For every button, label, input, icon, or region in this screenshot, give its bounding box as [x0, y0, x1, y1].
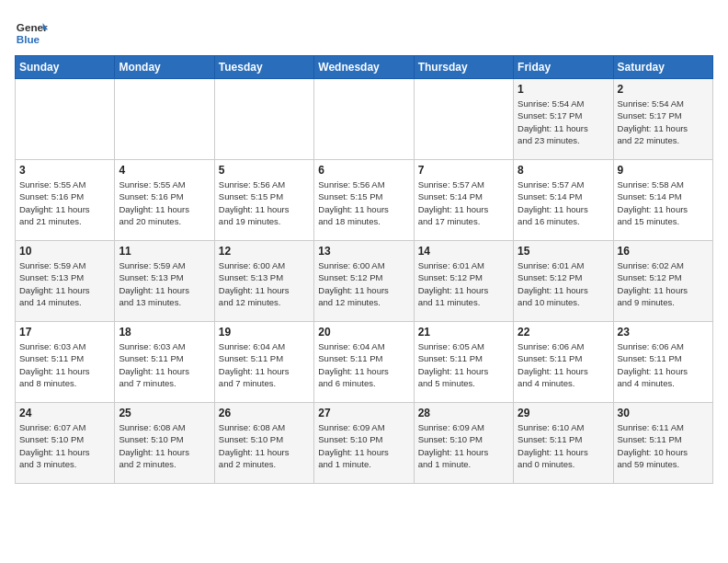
day-number: 2 — [618, 83, 709, 96]
weekday-header: Monday — [115, 56, 214, 79]
day-info: Sunrise: 6:09 AM Sunset: 5:10 PM Dayligh… — [418, 421, 509, 470]
day-number: 7 — [418, 164, 509, 177]
calendar-cell: 28Sunrise: 6:09 AM Sunset: 5:10 PM Dayli… — [414, 403, 513, 484]
day-info: Sunrise: 6:01 AM Sunset: 5:12 PM Dayligh… — [518, 259, 609, 308]
day-info: Sunrise: 5:59 AM Sunset: 5:13 PM Dayligh… — [19, 259, 110, 308]
calendar-cell: 29Sunrise: 6:10 AM Sunset: 5:11 PM Dayli… — [514, 403, 613, 484]
day-info: Sunrise: 5:57 AM Sunset: 5:14 PM Dayligh… — [518, 178, 609, 227]
day-number: 6 — [318, 164, 409, 177]
day-number: 27 — [318, 407, 409, 419]
day-info: Sunrise: 6:00 AM Sunset: 5:12 PM Dayligh… — [318, 259, 409, 308]
day-number: 30 — [618, 407, 709, 419]
calendar-cell: 27Sunrise: 6:09 AM Sunset: 5:10 PM Dayli… — [314, 403, 414, 484]
calendar-cell: 21Sunrise: 6:05 AM Sunset: 5:11 PM Dayli… — [414, 322, 513, 403]
calendar-cell — [16, 79, 115, 160]
calendar-cell: 14Sunrise: 6:01 AM Sunset: 5:12 PM Dayli… — [414, 241, 513, 322]
day-info: Sunrise: 5:55 AM Sunset: 5:16 PM Dayligh… — [119, 178, 210, 227]
calendar-week-row: 10Sunrise: 5:59 AM Sunset: 5:13 PM Dayli… — [16, 241, 713, 322]
day-number: 5 — [219, 164, 310, 177]
calendar-cell: 22Sunrise: 6:06 AM Sunset: 5:11 PM Dayli… — [514, 322, 613, 403]
calendar-week-row: 1Sunrise: 5:54 AM Sunset: 5:17 PM Daylig… — [16, 79, 713, 160]
day-number: 11 — [119, 245, 210, 258]
day-info: Sunrise: 5:55 AM Sunset: 5:16 PM Dayligh… — [19, 178, 110, 227]
weekday-header: Tuesday — [214, 56, 313, 79]
day-info: Sunrise: 6:11 AM Sunset: 5:11 PM Dayligh… — [618, 421, 709, 470]
day-number: 12 — [219, 245, 310, 258]
day-info: Sunrise: 5:56 AM Sunset: 5:15 PM Dayligh… — [318, 178, 409, 227]
day-number: 9 — [618, 164, 709, 177]
weekday-header: Sunday — [16, 56, 115, 79]
calendar-cell: 26Sunrise: 6:08 AM Sunset: 5:10 PM Dayli… — [214, 403, 313, 484]
weekday-header: Friday — [514, 56, 613, 79]
day-info: Sunrise: 6:03 AM Sunset: 5:11 PM Dayligh… — [119, 340, 210, 389]
day-info: Sunrise: 6:08 AM Sunset: 5:10 PM Dayligh… — [119, 421, 210, 470]
calendar-cell: 23Sunrise: 6:06 AM Sunset: 5:11 PM Dayli… — [613, 322, 712, 403]
day-number: 3 — [19, 164, 110, 177]
calendar-cell: 9Sunrise: 5:58 AM Sunset: 5:14 PM Daylig… — [613, 160, 712, 241]
day-info: Sunrise: 6:09 AM Sunset: 5:10 PM Dayligh… — [318, 421, 409, 470]
day-number: 20 — [318, 326, 409, 339]
day-number: 1 — [518, 83, 609, 96]
day-info: Sunrise: 6:06 AM Sunset: 5:11 PM Dayligh… — [518, 340, 609, 389]
calendar-header: SundayMondayTuesdayWednesdayThursdayFrid… — [16, 56, 713, 79]
day-number: 28 — [418, 407, 509, 419]
logo: General Blue — [15, 15, 48, 48]
calendar-cell: 17Sunrise: 6:03 AM Sunset: 5:11 PM Dayli… — [16, 322, 115, 403]
day-info: Sunrise: 6:03 AM Sunset: 5:11 PM Dayligh… — [19, 340, 110, 389]
calendar-cell: 15Sunrise: 6:01 AM Sunset: 5:12 PM Dayli… — [514, 241, 613, 322]
day-number: 25 — [119, 407, 210, 419]
day-number: 29 — [518, 407, 609, 419]
day-info: Sunrise: 6:00 AM Sunset: 5:13 PM Dayligh… — [219, 259, 310, 308]
day-number: 14 — [418, 245, 509, 258]
day-info: Sunrise: 6:01 AM Sunset: 5:12 PM Dayligh… — [418, 259, 509, 308]
calendar-cell: 5Sunrise: 5:56 AM Sunset: 5:15 PM Daylig… — [214, 160, 313, 241]
day-number: 4 — [119, 164, 210, 177]
day-info: Sunrise: 6:08 AM Sunset: 5:10 PM Dayligh… — [219, 421, 310, 470]
day-info: Sunrise: 5:57 AM Sunset: 5:14 PM Dayligh… — [418, 178, 509, 227]
day-number: 19 — [219, 326, 310, 339]
calendar-cell: 19Sunrise: 6:04 AM Sunset: 5:11 PM Dayli… — [214, 322, 313, 403]
calendar-cell: 20Sunrise: 6:04 AM Sunset: 5:11 PM Dayli… — [314, 322, 414, 403]
calendar-cell: 16Sunrise: 6:02 AM Sunset: 5:12 PM Dayli… — [613, 241, 712, 322]
day-number: 18 — [119, 326, 210, 339]
day-number: 23 — [618, 326, 709, 339]
calendar-cell: 10Sunrise: 5:59 AM Sunset: 5:13 PM Dayli… — [16, 241, 115, 322]
day-number: 15 — [518, 245, 609, 258]
day-number: 22 — [518, 326, 609, 339]
weekday-header: Wednesday — [314, 56, 414, 79]
page-header: General Blue — [15, 15, 713, 48]
day-info: Sunrise: 6:05 AM Sunset: 5:11 PM Dayligh… — [418, 340, 509, 389]
day-info: Sunrise: 6:02 AM Sunset: 5:12 PM Dayligh… — [618, 259, 709, 308]
day-number: 21 — [418, 326, 509, 339]
calendar-cell: 3Sunrise: 5:55 AM Sunset: 5:16 PM Daylig… — [16, 160, 115, 241]
day-number: 26 — [219, 407, 310, 419]
calendar-week-row: 17Sunrise: 6:03 AM Sunset: 5:11 PM Dayli… — [16, 322, 713, 403]
header-row: SundayMondayTuesdayWednesdayThursdayFrid… — [16, 56, 713, 79]
calendar-cell: 13Sunrise: 6:00 AM Sunset: 5:12 PM Dayli… — [314, 241, 414, 322]
calendar-cell: 6Sunrise: 5:56 AM Sunset: 5:15 PM Daylig… — [314, 160, 414, 241]
calendar-cell: 12Sunrise: 6:00 AM Sunset: 5:13 PM Dayli… — [214, 241, 313, 322]
calendar-table: SundayMondayTuesdayWednesdayThursdayFrid… — [15, 55, 713, 484]
calendar-cell: 24Sunrise: 6:07 AM Sunset: 5:10 PM Dayli… — [16, 403, 115, 484]
day-info: Sunrise: 6:06 AM Sunset: 5:11 PM Dayligh… — [618, 340, 709, 389]
calendar-cell: 7Sunrise: 5:57 AM Sunset: 5:14 PM Daylig… — [414, 160, 513, 241]
calendar-cell: 11Sunrise: 5:59 AM Sunset: 5:13 PM Dayli… — [115, 241, 214, 322]
calendar-cell: 2Sunrise: 5:54 AM Sunset: 5:17 PM Daylig… — [613, 79, 712, 160]
weekday-header: Thursday — [414, 56, 513, 79]
day-number: 13 — [318, 245, 409, 258]
day-number: 8 — [518, 164, 609, 177]
calendar-cell: 30Sunrise: 6:11 AM Sunset: 5:11 PM Dayli… — [613, 403, 712, 484]
calendar-cell — [115, 79, 214, 160]
day-info: Sunrise: 5:54 AM Sunset: 5:17 PM Dayligh… — [518, 98, 609, 146]
day-info: Sunrise: 6:10 AM Sunset: 5:11 PM Dayligh… — [518, 421, 609, 470]
day-info: Sunrise: 5:54 AM Sunset: 5:17 PM Dayligh… — [618, 98, 709, 146]
calendar-week-row: 3Sunrise: 5:55 AM Sunset: 5:16 PM Daylig… — [16, 160, 713, 241]
day-number: 17 — [19, 326, 110, 339]
calendar-cell: 25Sunrise: 6:08 AM Sunset: 5:10 PM Dayli… — [115, 403, 214, 484]
day-info: Sunrise: 5:59 AM Sunset: 5:13 PM Dayligh… — [119, 259, 210, 308]
day-info: Sunrise: 6:07 AM Sunset: 5:10 PM Dayligh… — [19, 421, 110, 470]
calendar-cell: 18Sunrise: 6:03 AM Sunset: 5:11 PM Dayli… — [115, 322, 214, 403]
weekday-header: Saturday — [613, 56, 712, 79]
calendar-week-row: 24Sunrise: 6:07 AM Sunset: 5:10 PM Dayli… — [16, 403, 713, 484]
calendar-cell: 4Sunrise: 5:55 AM Sunset: 5:16 PM Daylig… — [115, 160, 214, 241]
